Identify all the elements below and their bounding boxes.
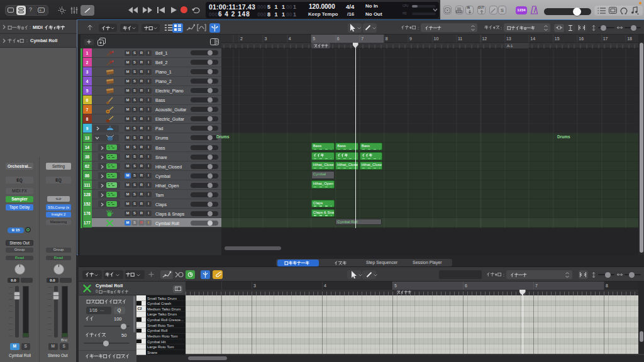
svg-text:S: S bbox=[501, 8, 504, 13]
